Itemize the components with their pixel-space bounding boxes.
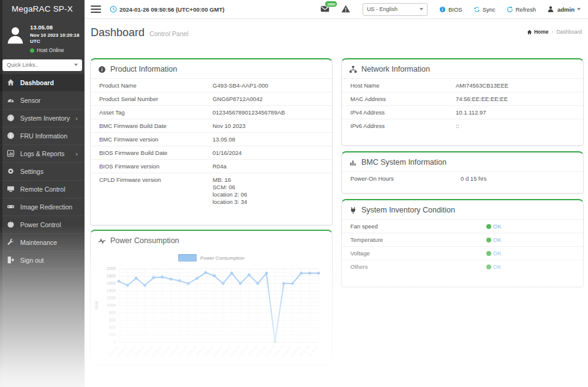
alerts-button[interactable] xyxy=(341,4,351,14)
topbar: 2024-01-26 09:50:56 (UTC+00:00 GMT) 1000… xyxy=(85,0,588,19)
gear-icon xyxy=(7,167,15,175)
legend-label: Power Consumption xyxy=(200,255,244,261)
sidebar-item-label: Power Control xyxy=(20,221,61,228)
refresh-icon xyxy=(507,6,513,13)
quick-links-select[interactable]: Quick Links.. xyxy=(2,59,82,71)
plug-icon xyxy=(349,206,357,214)
sitemap-icon xyxy=(349,66,357,73)
row-label: BIOS Firmware Build Date xyxy=(99,149,213,156)
messages-button[interactable]: 1000 xyxy=(320,4,330,14)
sidebar-item-settings[interactable]: Settings xyxy=(0,163,85,181)
svg-text:1800: 1800 xyxy=(107,274,116,278)
row-label: Product Name xyxy=(99,82,213,89)
chevron-down-icon xyxy=(74,64,78,66)
row-value: 0 d 15 hrs xyxy=(461,175,486,182)
row-label: CPLD Firmware version xyxy=(99,176,213,183)
language-select[interactable]: US - English xyxy=(363,3,428,16)
row-label: Voltage xyxy=(350,250,486,257)
status-ok-dot-icon xyxy=(486,238,491,242)
page-title: Dashboard xyxy=(91,26,145,39)
row-label: IPv4 Address xyxy=(350,109,456,116)
svg-text:Watt: Watt xyxy=(94,301,99,310)
hamburger-menu-icon[interactable] xyxy=(91,4,101,15)
info-icon xyxy=(439,6,446,13)
svg-text:800: 800 xyxy=(109,310,116,315)
language-value: US - English xyxy=(367,6,398,12)
status-ok-text: OK xyxy=(493,223,502,230)
product-info-row: CPLD Firmware versionMB: 16SCM: 06locati… xyxy=(91,173,332,209)
system-inventory-condition-panel: System Inventory Condition Fan speedOKTe… xyxy=(341,199,584,287)
svg-text:1200: 1200 xyxy=(107,296,116,300)
product-information-panel: Product Information Product NameG493-SB4… xyxy=(90,58,333,225)
info-icon xyxy=(7,114,15,122)
status-badge: OK xyxy=(486,263,502,270)
refresh-button[interactable]: Refresh xyxy=(507,6,536,13)
refresh-label: Refresh xyxy=(516,6,536,13)
breadcrumb: Home › Dashboard xyxy=(527,29,582,35)
row-value: :: xyxy=(456,122,459,129)
system-datetime: 2024-01-26 09:50:56 (UTC+00:00 GMT) xyxy=(110,6,224,13)
product-info-row: BMC Firmware Build DateNov 10 2023 xyxy=(91,119,332,132)
row-label: Product Serial Number xyxy=(99,96,213,102)
product-info-row: Product Serial NumberGNG6P8712A0042 xyxy=(91,92,332,105)
network-info-row: IPv6 Address:: xyxy=(342,119,583,132)
row-label: Temperature xyxy=(350,236,486,243)
sidebar-item-label: FRU Information xyxy=(20,132,67,140)
sidebar-item-label: Image Redirection xyxy=(20,203,72,211)
firmware-build-date: Nov 10 2023 10:20:18 UTC xyxy=(30,32,83,45)
info-circle-icon xyxy=(98,66,106,73)
warning-icon xyxy=(341,5,350,15)
sidebar-item-sign-out[interactable]: Sign out xyxy=(0,252,85,269)
row-value: 74:56:EE:EE:EE:EE xyxy=(456,96,508,102)
panel-title: Product Information xyxy=(110,65,177,73)
gauge-icon xyxy=(7,96,15,104)
sidebar-item-logs-reports[interactable]: Logs & Reports› xyxy=(0,145,85,163)
row-value: R04a xyxy=(213,163,227,170)
sidebar-item-fru-information[interactable]: FRU Information xyxy=(0,127,85,145)
sidebar-item-dashboard[interactable]: Dashboard xyxy=(0,74,85,92)
row-value: GNG6P8712A0042 xyxy=(213,96,263,102)
sidebar-item-system-inventory[interactable]: System Inventory› xyxy=(0,110,85,127)
sidebar-item-power-control[interactable]: Power Control xyxy=(0,216,85,234)
sidebar-item-sensor[interactable]: Sensor xyxy=(0,92,85,110)
user-menu-button[interactable]: admin xyxy=(547,6,581,13)
sidebar-item-image-redirection[interactable]: Image Redirection xyxy=(0,198,85,216)
breadcrumb-home-link[interactable]: Home xyxy=(534,29,549,35)
bar-chart-icon xyxy=(349,159,357,167)
panel-title: BMC System Information xyxy=(361,158,447,167)
sidebar-item-maintenance[interactable]: Maintenance xyxy=(0,234,85,252)
network-info-row: MAC Address74:56:EE:EE:EE:EE xyxy=(342,92,583,105)
sync-icon xyxy=(473,6,480,13)
home-icon xyxy=(527,29,532,35)
sync-label: Sync xyxy=(483,6,496,13)
legend-swatch xyxy=(178,254,197,261)
sidebar-item-label: Sensor xyxy=(20,97,40,104)
sidebar-scrollbar[interactable] xyxy=(0,0,2,387)
sidebar-item-label: Maintenance xyxy=(20,239,57,246)
breadcrumb-separator: › xyxy=(552,29,554,35)
panel-title: System Inventory Condition xyxy=(361,206,455,214)
status-badge: OK xyxy=(486,236,502,243)
page-header: Dashboard Control Panel Home › Dashboard xyxy=(85,18,588,53)
row-value: AMI74563CB13EEE xyxy=(456,82,508,89)
bmc-system-information-panel: BMC System Information Power-On Hours0 d… xyxy=(341,151,584,194)
inventory-condition-row: VoltageOK xyxy=(342,246,583,260)
row-label: Fan speed xyxy=(350,223,486,230)
home-icon xyxy=(7,78,15,86)
sidebar-item-label: Remote Control xyxy=(20,186,66,193)
svg-text:1000: 1000 xyxy=(107,303,116,307)
drive-icon xyxy=(7,203,15,211)
svg-text:1600: 1600 xyxy=(107,281,116,285)
product-info-row: Product NameG493-SB4-AAP1-000 xyxy=(91,78,332,92)
row-label: Others xyxy=(350,263,486,270)
product-info-row: BIOS Firmware versionR04a xyxy=(91,159,332,173)
panel-title: Network Information xyxy=(361,65,430,73)
user-avatar-icon xyxy=(5,25,26,46)
svg-text:2000: 2000 xyxy=(107,266,116,271)
network-info-row: IPv4 Address10.1.112.97 xyxy=(342,105,583,119)
bios-button[interactable]: BIOS xyxy=(439,6,462,13)
sidebar-item-remote-control[interactable]: Remote Control xyxy=(0,181,85,198)
sync-button[interactable]: Sync xyxy=(473,6,496,13)
status-badge: OK xyxy=(486,250,502,257)
quick-links-placeholder: Quick Links.. xyxy=(7,62,39,68)
